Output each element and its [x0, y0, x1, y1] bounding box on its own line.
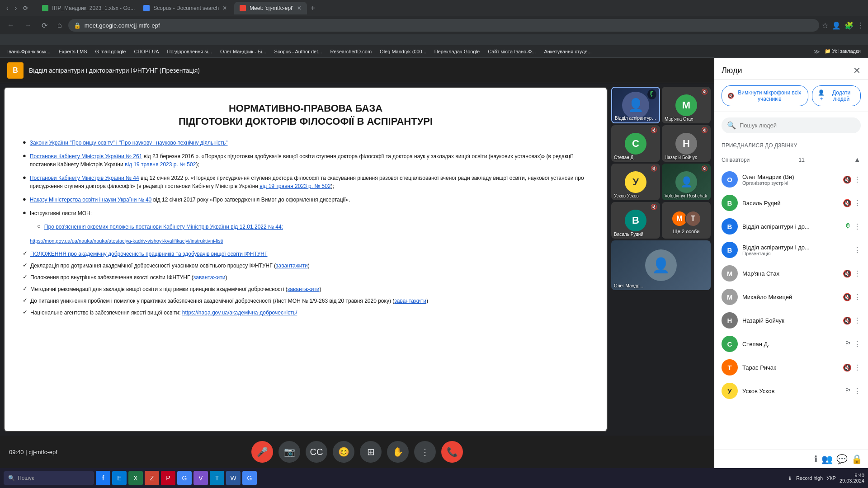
bookmarks-more[interactable]: ≫ [813, 48, 820, 55]
p-more-icon-3[interactable]: ⋮ [854, 246, 861, 254]
participant-8[interactable]: Т Тарас Ричак 🔇 ⋮ [714, 356, 868, 379]
people-close-btn[interactable]: ✕ [853, 65, 861, 76]
bookmark-4[interactable]: Поздоровлення зі... [164, 48, 216, 55]
end-call-button[interactable]: 📞 [441, 441, 463, 463]
participant-9[interactable]: У Усков Усков 🏳 ⋮ [714, 379, 868, 403]
bookmark-6[interactable]: Scopus - Author det... [271, 48, 326, 55]
video-tile-3[interactable]: Н 🔇 Назарій Бойчук [662, 125, 711, 162]
bookmark-1[interactable]: Experts LMS [55, 48, 91, 55]
present-button[interactable]: ⊞ [360, 441, 382, 463]
participant-5[interactable]: М Михайло Микицей 🔇 ⋮ [714, 285, 868, 309]
video-tile-1[interactable]: М 🔇 Мар'яна Стах [662, 87, 711, 123]
video-tile-6[interactable]: В 🔇 Василь Рудий [611, 202, 660, 239]
video-tile-7[interactable]: М Т Ще 2 особи [662, 202, 711, 239]
participant-3[interactable]: В Відділ аспірантури і до... Презентація… [714, 238, 868, 262]
add-people-btn[interactable]: 👤+ Додати людей [812, 85, 861, 106]
section-toggle-icon[interactable]: ▲ [854, 156, 861, 164]
settings-icon[interactable]: ⋮ [857, 21, 864, 30]
taskbar-app-4[interactable]: Z [145, 471, 159, 485]
bookmark-2[interactable]: G mail.google [92, 48, 130, 55]
p-more-icon-6[interactable]: ⋮ [854, 316, 861, 325]
taskbar-app-5[interactable]: P [161, 471, 175, 485]
taskbar-app-8[interactable]: T [210, 471, 224, 485]
p-more-icon-0[interactable]: ⋮ [854, 175, 861, 184]
tab-3[interactable]: Meet: 'cjj-mtfc-epf' ✕ [234, 2, 307, 14]
taskbar-app-1[interactable]: f [96, 471, 110, 485]
p-more-icon-1[interactable]: ⋮ [854, 199, 861, 207]
video-tile-4[interactable]: У 🔇 Усков Усков [611, 164, 660, 200]
add-tab-btn[interactable]: + [311, 4, 316, 13]
people-icon[interactable]: 👥 [821, 454, 833, 465]
weather-label: 🌡 [788, 475, 793, 481]
video-avatar-1: М [675, 94, 697, 116]
tab2-favicon [143, 5, 150, 11]
hand-button[interactable]: ✋ [387, 441, 409, 463]
p-more-icon-8[interactable]: ⋮ [854, 363, 861, 372]
bookmark-5[interactable]: Олег Мандрик - Бі... [217, 48, 270, 55]
tab-1[interactable]: ІПР_Мандрик_2023_1.xlsx - Go... ✕ [37, 2, 136, 14]
p-more-icon-2[interactable]: ⋮ [854, 222, 861, 231]
nav-refresh-btn[interactable]: ⟳ [20, 3, 31, 14]
bookmark-10[interactable]: Сайт міста Івано-Ф... [484, 48, 539, 55]
check-2: ✓ Декларація про дотримання академічної … [23, 262, 589, 270]
taskbar-app-3[interactable]: X [128, 471, 143, 485]
extensions-icon[interactable]: 🧩 [844, 21, 854, 30]
video-tile-2[interactable]: С 🔇 Степан Д. [611, 125, 660, 162]
participant-0[interactable]: О Олег Мандрик (Ви) Організатор зустрічі… [714, 168, 868, 191]
taskbar-app-10[interactable]: G [242, 471, 257, 485]
bookmark-11[interactable]: Анкетування студе... [540, 48, 595, 55]
lock-panel-icon[interactable]: 🔒 [851, 454, 863, 465]
browser-forward-btn[interactable]: → [21, 19, 35, 31]
video-tile-5[interactable]: 👤 🔇 Volodymyr Rushchak [662, 164, 711, 200]
bookmark-8[interactable]: Oleg Mandryk (000... [376, 48, 430, 55]
nav-bar: ← → ⟳ ⌂ 🔒 meet.google.com/cjj-mtfc-epf ☆… [0, 16, 868, 34]
presentation-title: НОРМАТИВНО-ПРАВОВА БАЗАПІДГОТОВКИ ДОКТОР… [23, 102, 589, 128]
mute-button[interactable]: 🎤 [251, 441, 273, 463]
captions-button[interactable]: CC [306, 441, 327, 463]
bookmark-0[interactable]: Івано-Франківськ... [4, 48, 54, 55]
emoji-button[interactable]: 😊 [333, 441, 354, 463]
avatar-7: С [722, 336, 738, 352]
participant-7[interactable]: С Степан Д. 🏳 ⋮ [714, 332, 868, 356]
taskbar-search[interactable]: 🔍 Пошук [4, 471, 94, 485]
browser-refresh-btn[interactable]: ⟳ [38, 19, 51, 32]
search-input[interactable] [740, 122, 855, 129]
search-box[interactable]: 🔍 [722, 117, 861, 133]
chat-icon[interactable]: 💬 [836, 454, 848, 465]
bookmark-9[interactable]: Перекладач Google [431, 48, 483, 55]
bookmark-3[interactable]: СПОРТ.UA [130, 48, 162, 55]
more-button[interactable]: ⋮ [414, 441, 436, 463]
tab3-close[interactable]: ✕ [297, 5, 302, 11]
video-tile-0[interactable]: 👤 🎙 Відділ аспірантури п... [611, 87, 660, 123]
address-bar[interactable]: 🔒 meet.google.com/cjj-mtfc-epf [68, 19, 819, 32]
browser-home-btn[interactable]: ⌂ [54, 19, 66, 31]
p-more-icon-7[interactable]: ⋮ [854, 340, 861, 348]
p-more-icon-5[interactable]: ⋮ [854, 293, 861, 301]
taskbar-app-7[interactable]: V [193, 471, 208, 485]
video-tile-presenter[interactable]: 👤 Олег Мандр... [611, 240, 711, 290]
p-active-icon-2: 🎙 [844, 222, 852, 230]
tab2-close[interactable]: ✕ [222, 5, 227, 11]
profile-icon[interactable]: 👤 [832, 21, 841, 30]
bookmark-icon[interactable]: ☆ [822, 21, 828, 30]
tab-2[interactable]: Scopus - Document search ✕ [138, 2, 232, 14]
browser-back-btn[interactable]: ← [4, 19, 18, 31]
info-icon[interactable]: ℹ [814, 454, 818, 465]
p-more-icon-4[interactable]: ⋮ [854, 269, 861, 278]
camera-button[interactable]: 📷 [278, 441, 300, 463]
participant-6[interactable]: Н Назарій Бойчук 🔇 ⋮ [714, 309, 868, 332]
nav-forward-btn[interactable]: › [12, 3, 20, 14]
p-more-icon-9[interactable]: ⋮ [854, 387, 861, 395]
mute-all-btn[interactable]: 🔇 Вимкнути мікрофони всіх учасників [722, 85, 808, 106]
bookmarks-folder[interactable]: 📁 Усі закладки [821, 47, 864, 55]
participant-4[interactable]: М Мар'яна Стах 🔇 ⋮ [714, 262, 868, 285]
video-tile-0-name: Відділ аспірантури п... [615, 116, 656, 121]
taskbar-app-6[interactable]: G [177, 471, 192, 485]
taskbar-app-9[interactable]: W [226, 471, 241, 485]
participant-1[interactable]: В Василь Рудий 🔇 ⋮ [714, 191, 868, 215]
participant-2[interactable]: В Відділ аспірантури і до... 🎙 ⋮ [714, 215, 868, 238]
nav-back-btn[interactable]: ‹ [4, 3, 11, 14]
subsection-header[interactable]: Співавтори 11 ▲ [714, 152, 868, 168]
taskbar-app-2[interactable]: E [112, 471, 127, 485]
bookmark-7[interactable]: ResearcherID.com [326, 48, 375, 55]
